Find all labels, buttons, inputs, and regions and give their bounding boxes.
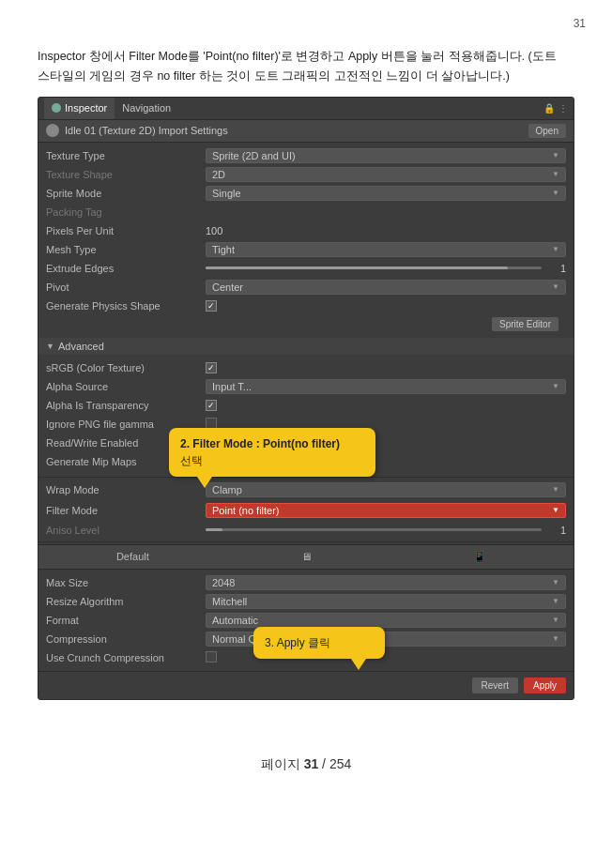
advanced-triangle-icon: ▼ — [46, 342, 54, 351]
extrude-edges-slider[interactable]: 1 — [206, 263, 566, 274]
alpha-source-value[interactable]: Input T... — [206, 379, 566, 394]
pivot-label: Pivot — [46, 282, 206, 293]
sprite-mode-dropdown[interactable]: Single — [206, 186, 566, 201]
resize-algo-row: Resize Algorithm Mitchell — [38, 592, 574, 611]
generate-physics-check[interactable]: ✓ — [206, 299, 566, 312]
alpha-source-dropdown[interactable]: Input T... — [206, 379, 566, 394]
texture-shape-dropdown[interactable]: 2D — [206, 167, 566, 182]
sprite-editor-button[interactable]: Sprite Editor — [492, 317, 558, 331]
body-line2: 스타일의 게임의 경우 no filter 하는 것이 도트 그래픽의 고전적인… — [38, 67, 574, 86]
mesh-type-value[interactable]: Tight — [206, 242, 566, 257]
sprite-mode-value[interactable]: Single — [206, 186, 566, 201]
wrap-mode-row: Wrap Mode Clamp — [38, 480, 574, 500]
max-size-value[interactable]: 2048 — [206, 575, 566, 590]
generate-physics-row: Generate Physics Shape ✓ — [38, 297, 574, 315]
more-icon: ⋮ — [558, 103, 568, 114]
filter-tooltip-line2: 선택 — [180, 452, 364, 469]
bottom-buttons: Revert Apply — [38, 671, 574, 699]
title-bar: Idle 01 (Texture 2D) Import Settings Ope… — [38, 120, 574, 143]
srgb-checkbox[interactable]: ✓ — [206, 362, 217, 373]
texture-type-label: Texture Type — [46, 150, 206, 161]
texture-type-row: Texture Type Sprite (2D and UI) — [38, 146, 574, 165]
filter-mode-row: Filter Mode Point (no filter) — [38, 500, 574, 521]
body-text: Inspector 창에서 Filter Mode를 'Point(no fil… — [38, 47, 574, 87]
mesh-type-dropdown[interactable]: Tight — [206, 242, 566, 257]
texture-type-dropdown[interactable]: Sprite (2D and UI) — [206, 148, 566, 163]
generate-physics-checkbox[interactable]: ✓ — [206, 300, 217, 312]
wrap-mode-dropdown[interactable]: Clamp — [206, 482, 566, 497]
srgb-check[interactable]: ✓ — [206, 361, 566, 373]
footer-text: 페이지 — [261, 756, 304, 771]
monitor-icon: 🖥 — [301, 551, 312, 562]
platform-default[interactable]: Default — [46, 549, 220, 564]
extrude-edges-fill — [206, 266, 508, 269]
generate-physics-label: Generate Physics Shape — [46, 300, 206, 312]
tab-navigation[interactable]: Navigation — [115, 97, 178, 119]
filter-mode-tooltip: 2. Filter Mode : Point(no filter) 선택 — [169, 428, 375, 477]
alpha-transparency-checkbox[interactable]: ✓ — [206, 400, 217, 411]
alpha-source-row: Alpha Source Input T... — [38, 377, 574, 396]
divider-1 — [38, 477, 574, 478]
resize-algo-value[interactable]: Mitchell — [206, 594, 566, 609]
filter-mode-value[interactable]: Point (no filter) — [206, 503, 566, 518]
alpha-transparency-label: Alpha Is Transparency — [46, 400, 206, 411]
wrap-mode-value[interactable]: Clamp — [206, 482, 566, 497]
mesh-type-row: Mesh Type Tight — [38, 240, 574, 259]
aniso-level-value: 1 — [547, 525, 566, 536]
pixels-per-unit-label: Pixels Per Unit — [46, 225, 206, 236]
platform-default-label: Default — [116, 551, 149, 562]
texture-shape-label: Texture Shape — [46, 169, 206, 180]
inspector-icon — [52, 103, 61, 113]
title-left: Idle 01 (Texture 2D) Import Settings — [46, 124, 228, 137]
format-value[interactable]: Automatic — [206, 613, 566, 628]
max-size-row: Max Size 2048 — [38, 573, 574, 592]
resize-algo-dropdown[interactable]: Mitchell — [206, 594, 566, 609]
aniso-level-fill — [206, 528, 222, 531]
footer-suffix: / 254 — [318, 756, 351, 771]
tab-controls: 🔒 ⋮ — [543, 103, 568, 114]
filter-mode-dropdown[interactable]: Point (no filter) — [206, 503, 566, 518]
revert-button[interactable]: Revert — [472, 678, 518, 693]
pivot-dropdown[interactable]: Center — [206, 280, 566, 295]
max-size-dropdown[interactable]: 2048 — [206, 575, 566, 590]
extrude-edges-track — [206, 266, 542, 269]
mesh-type-label: Mesh Type — [46, 244, 206, 255]
use-crunch-checkbox[interactable] — [206, 651, 217, 662]
aniso-level-row: Aniso Level 1 — [38, 521, 574, 540]
main-fields: Texture Type Sprite (2D and UI) Texture … — [38, 143, 574, 338]
format-dropdown[interactable]: Automatic — [206, 613, 566, 628]
tab-inspector-label: Inspector — [65, 102, 107, 114]
ignore-png-checkbox[interactable] — [206, 418, 217, 429]
body-line1: Inspector 창에서 Filter Mode를 'Point(no fil… — [38, 47, 574, 67]
pixels-per-unit-row: Pixels Per Unit 100 — [38, 221, 574, 240]
pivot-value[interactable]: Center — [206, 280, 566, 295]
advanced-section-header[interactable]: ▼ Advanced — [38, 338, 574, 355]
packing-tag-row: Packing Tag — [38, 203, 574, 221]
mobile-icon: 📱 — [473, 551, 486, 562]
apply-button[interactable]: Apply — [524, 678, 566, 693]
filter-mode-label: Filter Mode — [46, 505, 206, 516]
texture-type-value[interactable]: Sprite (2D and UI) — [206, 148, 566, 163]
extrude-edges-row: Extrude Edges 1 — [38, 259, 574, 278]
texture-shape-row: Texture Shape 2D — [38, 165, 574, 184]
texture-shape-value[interactable]: 2D — [206, 167, 566, 182]
open-button[interactable]: Open — [528, 124, 566, 138]
sprite-mode-row: Sprite Mode Single — [38, 184, 574, 203]
aniso-level-slider[interactable]: 1 — [206, 525, 566, 536]
page-number-top: 31 — [574, 17, 586, 30]
tab-inspector[interactable]: Inspector — [44, 97, 115, 119]
aniso-level-track — [206, 528, 542, 531]
use-crunch-label: Use Crunch Compression — [46, 652, 206, 663]
extrude-edges-label: Extrude Edges — [46, 263, 206, 274]
platform-monitor[interactable]: 🖥 — [220, 549, 393, 564]
advanced-label: Advanced — [58, 341, 104, 352]
extrude-edges-value: 1 — [547, 263, 566, 274]
inspector-panel: Inspector Navigation 🔒 ⋮ Idle 01 (Textur… — [38, 97, 574, 700]
tab-navigation-label: Navigation — [122, 102, 171, 114]
alpha-source-label: Alpha Source — [46, 381, 206, 392]
max-size-label: Max Size — [46, 577, 206, 588]
alpha-transparency-check[interactable]: ✓ — [206, 399, 566, 411]
platform-mobile[interactable]: 📱 — [392, 549, 566, 565]
format-label: Format — [46, 615, 206, 626]
wrap-mode-label: Wrap Mode — [46, 484, 206, 495]
